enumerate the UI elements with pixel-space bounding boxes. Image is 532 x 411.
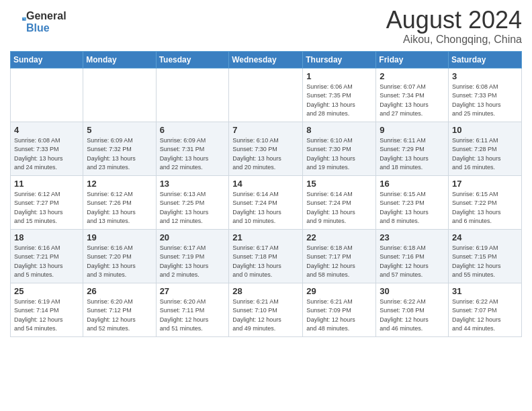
logo: General Blue [10,10,66,34]
day-number: 30 [380,286,445,296]
calendar-week-5: 25Sunrise: 6:19 AMSunset: 7:14 PMDayligh… [11,283,522,336]
day-number: 4 [14,125,79,135]
day-info: Sunrise: 6:06 AMSunset: 7:35 PMDaylight:… [306,83,372,119]
day-number: 8 [306,125,372,135]
day-info: Sunrise: 6:13 AMSunset: 7:25 PMDaylight:… [160,190,226,226]
day-info: Sunrise: 6:22 AMSunset: 7:08 PMDaylight:… [380,298,445,334]
calendar-cell: 21Sunrise: 6:17 AMSunset: 7:18 PMDayligh… [229,229,303,283]
day-number: 6 [160,125,226,135]
col-monday: Monday [83,51,156,68]
day-number: 9 [380,125,445,135]
page-container: General Blue August 2024 Aikou, Chongqin… [0,0,532,344]
calendar-cell: 3Sunrise: 6:08 AMSunset: 7:33 PMDaylight… [449,68,522,122]
calendar-cell: 20Sunrise: 6:17 AMSunset: 7:19 PMDayligh… [156,229,229,283]
logo-icon [11,15,26,30]
calendar-body: 1Sunrise: 6:06 AMSunset: 7:35 PMDaylight… [11,68,522,336]
day-number: 2 [380,71,445,81]
calendar-cell: 9Sunrise: 6:11 AMSunset: 7:29 PMDaylight… [376,122,449,175]
day-number: 15 [306,179,372,189]
day-number: 24 [452,232,518,242]
day-info: Sunrise: 6:16 AMSunset: 7:21 PMDaylight:… [14,244,79,280]
calendar-cell: 25Sunrise: 6:19 AMSunset: 7:14 PMDayligh… [11,283,83,336]
calendar-cell: 7Sunrise: 6:10 AMSunset: 7:30 PMDaylight… [229,122,303,175]
day-number: 21 [232,232,299,242]
logo-text: General Blue [26,10,66,34]
col-saturday: Saturday [449,51,522,68]
day-number: 5 [87,125,152,135]
day-info: Sunrise: 6:18 AMSunset: 7:17 PMDaylight:… [306,244,372,280]
day-info: Sunrise: 6:08 AMSunset: 7:33 PMDaylight:… [452,83,518,119]
calendar-week-1: 1Sunrise: 6:06 AMSunset: 7:35 PMDaylight… [11,68,522,122]
col-friday: Friday [376,51,449,68]
day-info: Sunrise: 6:21 AMSunset: 7:09 PMDaylight:… [306,298,372,334]
day-info: Sunrise: 6:19 AMSunset: 7:14 PMDaylight:… [14,298,79,334]
calendar-cell: 8Sunrise: 6:10 AMSunset: 7:30 PMDaylight… [303,122,376,175]
calendar-cell: 12Sunrise: 6:12 AMSunset: 7:26 PMDayligh… [83,175,156,229]
day-number: 26 [87,286,152,296]
day-number: 7 [232,125,299,135]
day-info: Sunrise: 6:07 AMSunset: 7:34 PMDaylight:… [380,83,445,119]
day-info: Sunrise: 6:22 AMSunset: 7:07 PMDaylight:… [452,298,518,334]
calendar-cell [83,68,156,122]
page-header: General Blue August 2024 Aikou, Chongqin… [10,7,522,46]
calendar-cell: 5Sunrise: 6:09 AMSunset: 7:32 PMDaylight… [83,122,156,175]
day-number: 19 [87,232,152,242]
calendar-cell [11,68,83,122]
day-info: Sunrise: 6:20 AMSunset: 7:12 PMDaylight:… [87,298,152,334]
calendar-cell: 31Sunrise: 6:22 AMSunset: 7:07 PMDayligh… [449,283,522,336]
day-number: 16 [380,179,445,189]
day-info: Sunrise: 6:10 AMSunset: 7:30 PMDaylight:… [232,136,299,173]
month-year: August 2024 [386,7,522,34]
calendar-cell: 28Sunrise: 6:21 AMSunset: 7:10 PMDayligh… [229,283,303,336]
calendar-week-2: 4Sunrise: 6:08 AMSunset: 7:33 PMDaylight… [11,122,522,175]
day-info: Sunrise: 6:12 AMSunset: 7:27 PMDaylight:… [14,190,79,226]
day-info: Sunrise: 6:20 AMSunset: 7:11 PMDaylight:… [160,298,226,334]
calendar-table: Sunday Monday Tuesday Wednesday Thursday… [10,51,522,337]
day-number: 11 [14,179,79,189]
day-info: Sunrise: 6:21 AMSunset: 7:10 PMDaylight:… [232,298,299,334]
calendar-cell: 18Sunrise: 6:16 AMSunset: 7:21 PMDayligh… [11,229,83,283]
calendar-cell: 30Sunrise: 6:22 AMSunset: 7:08 PMDayligh… [376,283,449,336]
calendar-cell: 19Sunrise: 6:16 AMSunset: 7:20 PMDayligh… [83,229,156,283]
calendar-cell [156,68,229,122]
day-info: Sunrise: 6:17 AMSunset: 7:19 PMDaylight:… [160,244,226,280]
day-number: 13 [160,179,226,189]
calendar-cell: 22Sunrise: 6:18 AMSunset: 7:17 PMDayligh… [303,229,376,283]
day-number: 17 [452,179,518,189]
calendar-header: Sunday Monday Tuesday Wednesday Thursday… [11,51,522,68]
day-number: 25 [14,286,79,296]
title-block: August 2024 Aikou, Chongqing, China [386,7,522,46]
calendar-cell [229,68,303,122]
day-info: Sunrise: 6:11 AMSunset: 7:28 PMDaylight:… [452,136,518,173]
day-info: Sunrise: 6:17 AMSunset: 7:18 PMDaylight:… [232,244,299,280]
day-number: 3 [452,71,518,81]
day-number: 14 [232,179,299,189]
day-number: 10 [452,125,518,135]
calendar-cell: 1Sunrise: 6:06 AMSunset: 7:35 PMDaylight… [303,68,376,122]
day-number: 31 [452,286,518,296]
calendar-cell: 14Sunrise: 6:14 AMSunset: 7:24 PMDayligh… [229,175,303,229]
day-number: 20 [160,232,226,242]
calendar-cell: 13Sunrise: 6:13 AMSunset: 7:25 PMDayligh… [156,175,229,229]
day-info: Sunrise: 6:10 AMSunset: 7:30 PMDaylight:… [306,136,372,173]
day-info: Sunrise: 6:12 AMSunset: 7:26 PMDaylight:… [87,190,152,226]
day-number: 22 [306,232,372,242]
day-number: 18 [14,232,79,242]
col-thursday: Thursday [303,51,376,68]
header-row: Sunday Monday Tuesday Wednesday Thursday… [11,51,522,68]
calendar-cell: 23Sunrise: 6:18 AMSunset: 7:16 PMDayligh… [376,229,449,283]
day-number: 12 [87,179,152,189]
col-tuesday: Tuesday [156,51,229,68]
calendar-week-3: 11Sunrise: 6:12 AMSunset: 7:27 PMDayligh… [11,175,522,229]
calendar-cell: 11Sunrise: 6:12 AMSunset: 7:27 PMDayligh… [11,175,83,229]
calendar-cell: 17Sunrise: 6:15 AMSunset: 7:22 PMDayligh… [449,175,522,229]
day-info: Sunrise: 6:14 AMSunset: 7:24 PMDaylight:… [306,190,372,226]
calendar-cell: 10Sunrise: 6:11 AMSunset: 7:28 PMDayligh… [449,122,522,175]
calendar-cell: 4Sunrise: 6:08 AMSunset: 7:33 PMDaylight… [11,122,83,175]
calendar-cell: 27Sunrise: 6:20 AMSunset: 7:11 PMDayligh… [156,283,229,336]
day-info: Sunrise: 6:11 AMSunset: 7:29 PMDaylight:… [380,136,445,173]
day-info: Sunrise: 6:14 AMSunset: 7:24 PMDaylight:… [232,190,299,226]
day-info: Sunrise: 6:15 AMSunset: 7:22 PMDaylight:… [452,190,518,226]
day-info: Sunrise: 6:18 AMSunset: 7:16 PMDaylight:… [380,244,445,280]
calendar-cell: 16Sunrise: 6:15 AMSunset: 7:23 PMDayligh… [376,175,449,229]
